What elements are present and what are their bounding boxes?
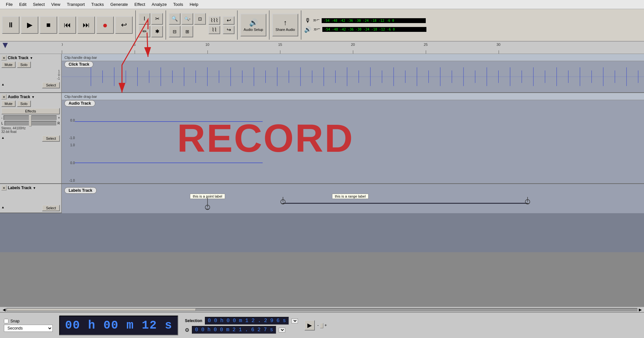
labels-track-controls: ✕ Labels Track ▼ ▲ Select	[0, 184, 62, 213]
audio-track-select[interactable]: Select	[42, 135, 60, 142]
pan-l-label: L	[1, 122, 3, 125]
click-track-select[interactable]: Select	[42, 82, 60, 88]
pause-button[interactable]: ⏸	[2, 16, 20, 34]
audio-track-clip-handle[interactable]: Clip-handle drag-bar	[62, 93, 644, 100]
range-label-left-handle[interactable]	[280, 197, 286, 210]
selection-end-dropdown[interactable]: ▼	[279, 328, 285, 332]
labels-track-clip-label[interactable]: Labels Track	[64, 187, 97, 194]
click-track-close[interactable]: ✕	[1, 55, 7, 60]
point-label-marker	[204, 198, 211, 211]
pan-r-label: R	[58, 122, 60, 125]
zoom-sel-button[interactable]: ⊟	[169, 26, 181, 37]
click-track-mute[interactable]: Mute	[1, 61, 16, 68]
labels-track-select[interactable]: Select	[42, 205, 60, 211]
menu-file[interactable]: File	[3, 1, 16, 7]
spectrum-toggle-button[interactable]: ⌇⌇	[208, 26, 220, 34]
skip-end-button[interactable]: ⏭	[77, 16, 95, 34]
hscroll-track[interactable]	[7, 308, 637, 311]
selection-tool[interactable]: ✂	[151, 13, 163, 25]
zoom-in-button[interactable]: 🔍	[169, 13, 181, 25]
audio-track-clip-label[interactable]: Audio Track	[64, 100, 95, 107]
menu-generate[interactable]: Generate	[107, 1, 131, 7]
audio-track-content[interactable]: Clip-handle drag-bar Audio Track 1.0 0.0…	[62, 93, 644, 183]
play-button[interactable]: ▶	[21, 16, 38, 34]
tools-section: I ✂ ✏ ✱	[139, 10, 166, 40]
loop-button[interactable]: ↩	[115, 16, 133, 34]
menu-tools[interactable]: Tools	[170, 1, 186, 7]
menu-help[interactable]: Help	[186, 1, 202, 7]
menu-select[interactable]: Select	[30, 1, 48, 7]
labels-track-name: Labels Track	[8, 186, 32, 190]
audio-setup-button[interactable]: 🔊 Audio Setup	[240, 14, 266, 36]
cursor-tool[interactable]: I	[139, 13, 150, 25]
fit-project-button[interactable]: ⊡	[194, 13, 206, 25]
audio-track-mute[interactable]: Mute	[1, 100, 16, 107]
empty-track-area	[0, 213, 644, 252]
snap-checkbox[interactable]	[4, 319, 8, 323]
pencil-tool[interactable]: ✏	[139, 26, 150, 37]
hscroll-thumb[interactable]	[7, 308, 196, 311]
labels-track-close[interactable]: ✕	[1, 185, 7, 190]
share-audio-button[interactable]: ↑ Share Audio	[272, 14, 298, 36]
audio-track-pan-slider[interactable]	[5, 121, 56, 125]
audio-setup-section: 🔊 Audio Setup	[240, 10, 270, 40]
play-small-button[interactable]: ▶	[304, 320, 315, 331]
pan-slider-thumb[interactable]	[29, 121, 32, 126]
playrate-slider[interactable]	[321, 324, 322, 326]
range-label-right-handle[interactable]	[524, 197, 531, 210]
multi-tool[interactable]: ✱	[151, 26, 163, 37]
labels-track-arrow[interactable]: ▼	[33, 186, 36, 190]
click-track-content[interactable]: Clip-handle drag-bar Click Track	[62, 54, 644, 92]
range-label-bar	[283, 203, 528, 204]
audio-track-effects[interactable]: Effects	[1, 108, 60, 114]
seconds-select[interactable]: Seconds	[4, 325, 53, 332]
stop-button[interactable]: ■	[40, 16, 57, 34]
audio-track-arrow[interactable]: ▼	[32, 95, 35, 99]
labels-track-collapse[interactable]: ▲	[1, 205, 7, 211]
menu-edit[interactable]: Edit	[16, 1, 30, 7]
zoom-out-button[interactable]: 🔍-	[181, 13, 193, 25]
audio-track-gain-slider[interactable]	[4, 115, 57, 120]
menu-tracks[interactable]: Tracks	[88, 1, 107, 7]
scroll-left-arrow[interactable]: ◀	[1, 307, 7, 312]
audio-track-solo[interactable]: Solo	[17, 100, 31, 107]
ruler-mark-0: 0	[62, 43, 63, 46]
undo-button[interactable]: ↩	[223, 16, 235, 25]
menu-analyze[interactable]: Analyze	[148, 1, 170, 7]
scroll-right-arrow[interactable]: ▶	[637, 307, 643, 312]
tracks-container[interactable]: ✕ Click Track ▼ Mute Solo 1 0 -1 ▲ Selec…	[0, 54, 644, 307]
audio-track-collapse[interactable]: ▲	[1, 136, 7, 141]
click-track-solo[interactable]: Solo	[17, 61, 31, 68]
audio-track-pan-row: L R	[1, 121, 60, 125]
record-button[interactable]: ●	[96, 16, 114, 34]
click-track-title-row: ✕ Click Track ▼	[1, 55, 60, 60]
main-area: 0 5 10 15 20 25 30 ✕ Click Track ▼	[0, 42, 644, 312]
ruler-marks[interactable]: 0 5 10 15 20 25 30	[62, 42, 644, 54]
click-track-controls: ✕ Click Track ▼ Mute Solo 1 0 -1 ▲ Selec…	[0, 54, 62, 92]
selection-label: Selection	[185, 318, 202, 323]
gain-slider-thumb[interactable]	[29, 115, 32, 121]
click-track-arrow[interactable]: ▼	[30, 56, 33, 60]
audio-track-info: Stereo, 44100Hz32-bit float	[1, 126, 60, 134]
labels-track-content[interactable]: Labels Track this is a point label	[62, 184, 644, 213]
range-label-text[interactable]: this is a range label	[332, 194, 369, 199]
menu-view[interactable]: View	[48, 1, 64, 7]
selection-gear[interactable]: ⚙	[185, 327, 189, 333]
click-track-clip-label[interactable]: Click Track	[64, 61, 93, 68]
audio-track-close[interactable]: ✕	[1, 94, 7, 99]
waveform-toggle-button[interactable]: ⌇⌇⌇	[208, 16, 220, 25]
audio-track-title-row: ✕ Audio Track ▼	[1, 94, 60, 99]
skip-start-button[interactable]: ⏮	[59, 16, 76, 34]
click-track-collapse[interactable]: ▲	[1, 83, 7, 88]
redo-button[interactable]: ↪	[223, 26, 235, 34]
click-track-clip-handle[interactable]: Clip-handle drag-bar	[62, 54, 644, 61]
menu-effect[interactable]: Effect	[131, 1, 148, 7]
menu-transport[interactable]: Transport	[63, 1, 88, 7]
menubar: File Edit Select View Transport Tracks G…	[0, 0, 644, 9]
playrate-thumb[interactable]	[320, 323, 323, 328]
selection-start-dropdown[interactable]: ▼	[291, 318, 298, 323]
playrate-section: ▶ - +	[304, 320, 327, 331]
share-icon: ↑	[284, 19, 287, 27]
zoom-toggle-button[interactable]: ⊞	[181, 26, 193, 37]
ruler-mark-30: 30	[496, 43, 500, 46]
